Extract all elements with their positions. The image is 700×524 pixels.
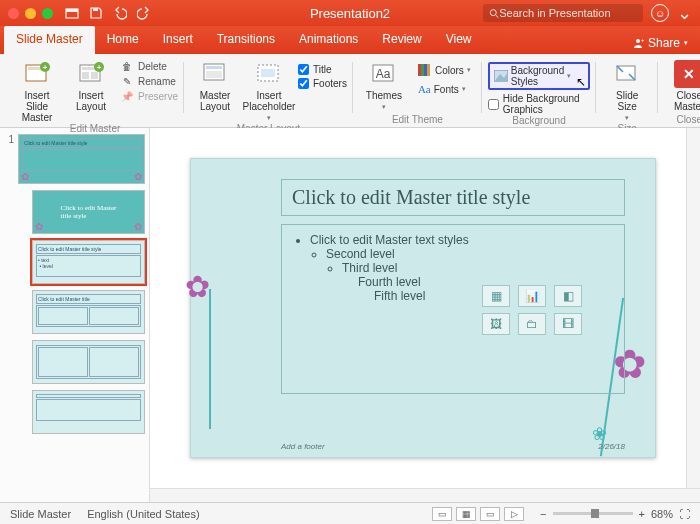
- svg-rect-27: [427, 64, 430, 76]
- layout-thumbnail[interactable]: Click to edit Master title style• text •…: [32, 240, 145, 284]
- rename-button[interactable]: ✎Rename: [120, 75, 178, 87]
- smartart-icon[interactable]: ◧: [554, 285, 582, 307]
- svg-text:+: +: [97, 63, 102, 72]
- master-layout-button[interactable]: Master Layout: [190, 58, 240, 112]
- close-master-button[interactable]: ✕ Close Master: [664, 58, 700, 112]
- layout-thumbnail[interactable]: [32, 340, 145, 384]
- body-placeholder[interactable]: Click to edit Master text styles Second …: [281, 224, 625, 394]
- status-language[interactable]: English (United States): [87, 508, 200, 520]
- window-controls: [8, 8, 53, 19]
- slideshow-view-icon[interactable]: ▷: [504, 507, 524, 521]
- tab-home[interactable]: Home: [95, 26, 151, 54]
- insert-slide-master-button[interactable]: + Insert Slide Master: [12, 58, 62, 123]
- feedback-icon[interactable]: ☺: [651, 4, 669, 22]
- preserve-button[interactable]: 📌Preserve: [120, 90, 178, 102]
- online-picture-icon[interactable]: 🗀: [518, 313, 546, 335]
- insert-layout-button[interactable]: + Insert Layout: [66, 58, 116, 112]
- colors-icon: [418, 64, 432, 76]
- tab-animations[interactable]: Animations: [287, 26, 370, 54]
- table-icon[interactable]: ▦: [482, 285, 510, 307]
- tab-review[interactable]: Review: [370, 26, 433, 54]
- undo-icon[interactable]: [111, 4, 129, 22]
- slide: ✿ ✿ ❀ Click to edit Master title style C…: [190, 158, 656, 458]
- group-label: Close: [676, 114, 700, 127]
- fonts-dropdown[interactable]: AaFonts▾: [413, 81, 476, 97]
- sorter-view-icon[interactable]: ▦: [456, 507, 476, 521]
- rename-icon: ✎: [120, 75, 134, 87]
- tab-view[interactable]: View: [434, 26, 484, 54]
- flower-decoration-icon: ✿: [185, 269, 210, 304]
- help-dropdown-icon[interactable]: ⌄: [677, 2, 692, 24]
- colors-dropdown[interactable]: Colors▾: [413, 62, 476, 78]
- group-label: Edit Theme: [392, 114, 443, 127]
- svg-point-5: [636, 39, 640, 43]
- ribbon: + Insert Slide Master + Insert Layout 🗑D…: [0, 54, 700, 128]
- horizontal-scrollbar[interactable]: [150, 488, 700, 502]
- zoom-level[interactable]: 68%: [651, 508, 673, 520]
- group-edit-master: + Insert Slide Master + Insert Layout 🗑D…: [6, 58, 184, 127]
- background-styles-dropdown[interactable]: Background Styles▾ ↖: [488, 62, 590, 90]
- layout-thumbnail[interactable]: [32, 390, 145, 434]
- background-styles-icon: [494, 70, 508, 82]
- window-title: Presentation2: [310, 6, 390, 21]
- hide-bg-graphics-checkbox[interactable]: Hide Background Graphics: [488, 93, 590, 115]
- reading-view-icon[interactable]: ▭: [480, 507, 500, 521]
- svg-rect-26: [424, 64, 427, 76]
- slide-size-button[interactable]: Slide Size▾: [602, 58, 652, 123]
- titlebar: Presentation2 ☺ ⌄: [0, 0, 700, 26]
- minimize-window-icon[interactable]: [25, 8, 36, 19]
- tab-transitions[interactable]: Transitions: [205, 26, 287, 54]
- slide-canvas[interactable]: ✿ ✿ ❀ Click to edit Master title style C…: [150, 128, 686, 488]
- fit-to-window-icon[interactable]: ⛶: [679, 508, 690, 520]
- layout-thumbnail[interactable]: Click to edit Master title: [32, 290, 145, 334]
- search-input[interactable]: [499, 7, 637, 19]
- tab-slide-master[interactable]: Slide Master: [4, 26, 95, 54]
- quick-access-toolbar: [63, 4, 153, 22]
- title-checkbox[interactable]: Title: [298, 64, 347, 75]
- delete-button[interactable]: 🗑Delete: [120, 60, 178, 72]
- svg-text:Aa: Aa: [376, 67, 391, 81]
- title-placeholder[interactable]: Click to edit Master title style: [281, 179, 625, 216]
- themes-button[interactable]: Aa Themes▾: [359, 58, 409, 112]
- fonts-icon: Aa: [418, 83, 431, 95]
- home-icon[interactable]: [63, 4, 81, 22]
- svg-text:+: +: [43, 63, 48, 72]
- svg-text:+: +: [641, 37, 644, 43]
- preserve-icon: 📌: [120, 90, 134, 102]
- group-label: Background: [512, 115, 565, 128]
- thumbnail-pane[interactable]: 1 Click to edit Master title style Click…: [0, 128, 150, 502]
- normal-view-icon[interactable]: ▭: [432, 507, 452, 521]
- redo-icon[interactable]: [135, 4, 153, 22]
- group-edit-theme: Aa Themes▾ Colors▾ AaFonts▾ Edit Theme: [353, 58, 482, 127]
- chart-icon[interactable]: 📊: [518, 285, 546, 307]
- group-size: Slide Size▾ Size: [596, 58, 658, 127]
- search-box[interactable]: [483, 4, 643, 22]
- status-bar: Slide Master English (United States) ▭ ▦…: [0, 502, 700, 524]
- svg-point-3: [490, 9, 496, 15]
- svg-rect-19: [206, 71, 222, 78]
- zoom-in-button[interactable]: +: [639, 508, 645, 520]
- share-icon: +: [632, 37, 644, 49]
- master-thumbnail[interactable]: Click to edit Master title style: [18, 134, 145, 184]
- footer-placeholder[interactable]: Add a footer: [281, 442, 325, 451]
- main-area: 1 Click to edit Master title style Click…: [0, 128, 700, 502]
- zoom-out-button[interactable]: −: [540, 508, 546, 520]
- video-icon[interactable]: 🎞: [554, 313, 582, 335]
- close-window-icon[interactable]: [8, 8, 19, 19]
- group-master-layout: Master Layout Insert Placeholder▾ Title …: [184, 58, 353, 127]
- svg-rect-13: [82, 72, 89, 79]
- vertical-scrollbar[interactable]: [686, 128, 700, 488]
- search-icon: [489, 8, 499, 19]
- save-icon[interactable]: [87, 4, 105, 22]
- picture-icon[interactable]: 🖼: [482, 313, 510, 335]
- tab-insert[interactable]: Insert: [151, 26, 205, 54]
- footers-checkbox[interactable]: Footers: [298, 78, 347, 89]
- share-button[interactable]: + Share ▾: [620, 26, 700, 54]
- insert-placeholder-button[interactable]: Insert Placeholder▾: [244, 58, 294, 123]
- svg-rect-24: [418, 64, 421, 76]
- date-placeholder[interactable]: 2/26/18: [598, 442, 625, 451]
- zoom-slider[interactable]: [553, 512, 633, 515]
- layout-thumbnail[interactable]: Click to edit Mastertitle style: [32, 190, 145, 234]
- thumb-number: 1: [4, 134, 14, 184]
- zoom-window-icon[interactable]: [42, 8, 53, 19]
